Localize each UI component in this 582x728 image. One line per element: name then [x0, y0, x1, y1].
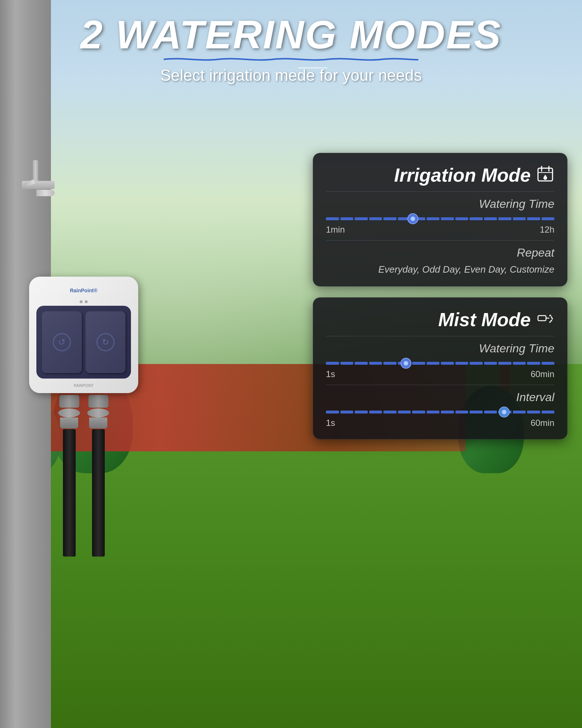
mist-wt-max: 60min [531, 369, 554, 379]
card-divider-1 [326, 240, 554, 241]
wave-decoration [164, 56, 418, 61]
slider-min-1: 1min [326, 225, 345, 235]
irrigation-time-thumb[interactable] [407, 213, 418, 224]
irrigation-card: Irrigation Mode Watering Time [313, 153, 567, 286]
mist-int-min: 1s [326, 418, 335, 428]
watering-time-label-2: Watering Time [326, 342, 554, 355]
subtitle: Select irrigation mede for your needs [7, 66, 575, 84]
svg-point-10 [549, 321, 551, 323]
slider-track-3 [326, 411, 554, 414]
slider-max-1: 12h [540, 225, 554, 235]
irrigation-time-labels: 1min 12h [326, 225, 554, 235]
main-title: 2 WATERING MODES [7, 15, 575, 55]
mist-interval-thumb[interactable] [499, 407, 510, 418]
irrigation-time-slider[interactable] [326, 215, 554, 222]
mist-title: Mist Mode [438, 309, 531, 331]
repeat-options: Everyday, Odd Day, Even Day, Customize [326, 264, 554, 275]
irrigation-title: Irrigation Mode [394, 164, 531, 186]
mist-time-thumb[interactable] [400, 358, 411, 369]
header-separator [298, 67, 327, 68]
cards-area: Irrigation Mode Watering Time [313, 153, 567, 439]
svg-point-12 [552, 317, 553, 318]
irrigation-mode-icon [536, 165, 554, 186]
watering-time-label-1: Watering Time [326, 197, 554, 211]
svg-point-7 [551, 316, 552, 318]
mist-int-max: 60min [531, 418, 554, 428]
mist-time-labels: 1s 60min [326, 369, 554, 379]
mist-interval-slider[interactable] [326, 408, 554, 416]
slider-track-2 [326, 362, 554, 365]
irrigation-title-row: Irrigation Mode [326, 164, 554, 192]
mist-interval-labels: 1s 60min [326, 418, 554, 428]
content-overlay: 2 WATERING MODES Select irrigation mede … [0, 0, 582, 728]
mist-card: Mist Mode [313, 297, 567, 439]
repeat-label: Repeat [326, 246, 554, 260]
mist-mode-icon [536, 309, 554, 331]
mist-time-slider[interactable] [326, 360, 554, 367]
mist-wt-min: 1s [326, 369, 335, 379]
card-divider-2 [326, 385, 554, 385]
header-section: 2 WATERING MODES Select irrigation mede … [0, 0, 582, 92]
mist-title-row: Mist Mode [326, 309, 554, 336]
slider-track-1 [326, 217, 554, 220]
svg-rect-4 [538, 316, 546, 321]
svg-point-11 [550, 314, 551, 316]
svg-point-13 [550, 320, 551, 321]
interval-label: Interval [326, 391, 554, 404]
